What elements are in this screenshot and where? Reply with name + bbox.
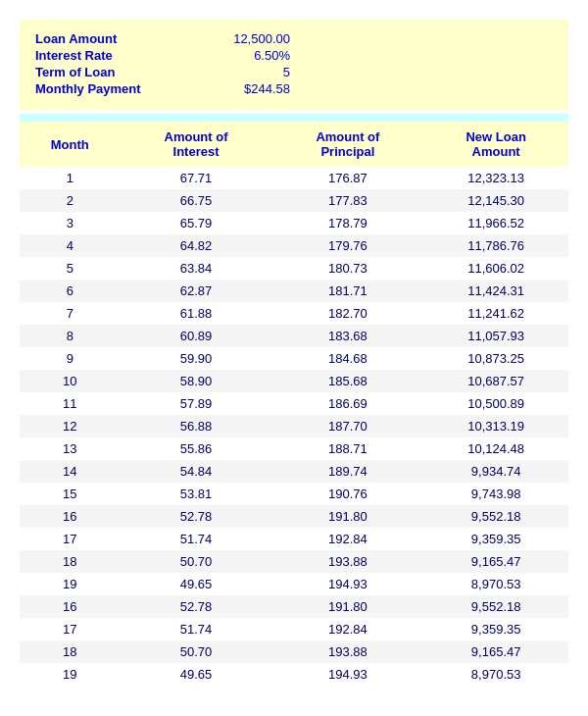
loan-amount-value: 12,500.00 [192,31,290,46]
table-cell: 193.88 [271,640,423,663]
table-cell: 9,165.47 [423,640,568,663]
table-cell: 183.68 [271,325,423,347]
table-cell: 194.93 [271,573,423,595]
table-header-row: Month Amount ofInterest Amount ofPrincip… [20,122,568,167]
table-cell: 9,165.47 [423,550,568,573]
table-row: 860.89183.6811,057.93 [20,325,568,347]
table-body: 167.71176.8712,323.13266.75177.8312,145.… [20,167,568,686]
table-cell: 11,786.76 [423,234,568,257]
table-cell: 17 [20,618,121,640]
table-row: 365.79178.7911,966.52 [20,212,568,234]
amortization-table: Month Amount ofInterest Amount ofPrincip… [20,122,568,686]
table-cell: 192.84 [271,528,423,550]
table-cell: 18 [20,550,121,573]
table-cell: 53.81 [121,483,272,505]
table-cell: 15 [20,483,121,505]
table-row: 1751.74192.849,359.35 [20,528,568,550]
table-cell: 184.68 [271,347,423,370]
table-cell: 52.78 [121,505,272,528]
table-cell: 57.89 [121,392,272,415]
table-row: 1751.74192.849,359.35 [20,618,568,640]
table-row: 464.82179.7611,786.76 [20,234,568,257]
table-row: 1850.70193.889,165.47 [20,640,568,663]
loan-amount-row: Loan Amount 12,500.00 [35,31,553,46]
table-cell: 63.84 [121,257,272,280]
cyan-divider [20,114,568,122]
table-cell: 193.88 [271,550,423,573]
table-row: 563.84180.7311,606.02 [20,257,568,280]
term-value: 5 [192,65,290,79]
table-cell: 6 [20,280,121,302]
table-cell: 59.90 [121,347,272,370]
table-cell: 12,323.13 [423,167,568,189]
interest-rate-row: Interest Rate 6.50% [35,48,553,63]
table-cell: 9,552.18 [423,505,568,528]
table-row: 1157.89186.6910,500.89 [20,392,568,415]
table-cell: 10,124.48 [423,437,568,460]
table-cell: 190.76 [271,483,423,505]
table-row: 1553.81190.769,743.98 [20,483,568,505]
table-cell: 189.74 [271,460,423,483]
table-cell: 179.76 [271,234,423,257]
table-cell: 9,552.18 [423,595,568,618]
table-row: 1652.78191.809,552.18 [20,505,568,528]
table-row: 1256.88187.7010,313.19 [20,415,568,437]
table-cell: 191.80 [271,505,423,528]
term-row: Term of Loan 5 [35,65,553,79]
table-cell: 9,743.98 [423,483,568,505]
main-container: Loan Amount 12,500.00 Interest Rate 6.50… [20,20,568,686]
table-cell: 9,359.35 [423,618,568,640]
table-cell: 10,873.25 [423,347,568,370]
table-cell: 11,241.62 [423,302,568,325]
table-cell: 52.78 [121,595,272,618]
table-row: 266.75177.8312,145.30 [20,189,568,212]
table-cell: 64.82 [121,234,272,257]
table-cell: 4 [20,234,121,257]
table-cell: 11 [20,392,121,415]
table-cell: 2 [20,189,121,212]
table-cell: 180.73 [271,257,423,280]
table-cell: 182.70 [271,302,423,325]
table-cell: 49.65 [121,663,272,686]
table-cell: 58.90 [121,370,272,392]
table-cell: 11,057.93 [423,325,568,347]
table-cell: 10,687.57 [423,370,568,392]
table-cell: 3 [20,212,121,234]
table-cell: 14 [20,460,121,483]
table-row: 1058.90185.6810,687.57 [20,370,568,392]
table-cell: 55.86 [121,437,272,460]
interest-rate-value: 6.50% [192,48,290,63]
table-cell: 10 [20,370,121,392]
table-cell: 51.74 [121,618,272,640]
table-cell: 51.74 [121,528,272,550]
table-cell: 192.84 [271,618,423,640]
table-cell: 11,966.52 [423,212,568,234]
table-cell: 11,606.02 [423,257,568,280]
loan-amount-label: Loan Amount [35,31,192,46]
col-interest: Amount ofInterest [121,122,272,167]
table-cell: 186.69 [271,392,423,415]
table-cell: 61.88 [121,302,272,325]
table-cell: 54.84 [121,460,272,483]
table-cell: 10,500.89 [423,392,568,415]
table-cell: 50.70 [121,640,272,663]
monthly-payment-label: Monthly Payment [35,81,192,96]
table-cell: 181.71 [271,280,423,302]
monthly-payment-row: Monthly Payment $244.58 [35,81,553,96]
table-row: 1949.65194.938,970.53 [20,573,568,595]
table-cell: 8 [20,325,121,347]
table-cell: 11,424.31 [423,280,568,302]
table-cell: 18 [20,640,121,663]
table-cell: 9,934.74 [423,460,568,483]
table-row: 1850.70193.889,165.47 [20,550,568,573]
table-cell: 8,970.53 [423,663,568,686]
table-cell: 7 [20,302,121,325]
table-cell: 10,313.19 [423,415,568,437]
table-cell: 5 [20,257,121,280]
table-cell: 13 [20,437,121,460]
table-row: 1652.78191.809,552.18 [20,595,568,618]
table-cell: 60.89 [121,325,272,347]
col-month: Month [20,122,121,167]
table-cell: 16 [20,505,121,528]
info-section: Loan Amount 12,500.00 Interest Rate 6.50… [20,20,568,110]
